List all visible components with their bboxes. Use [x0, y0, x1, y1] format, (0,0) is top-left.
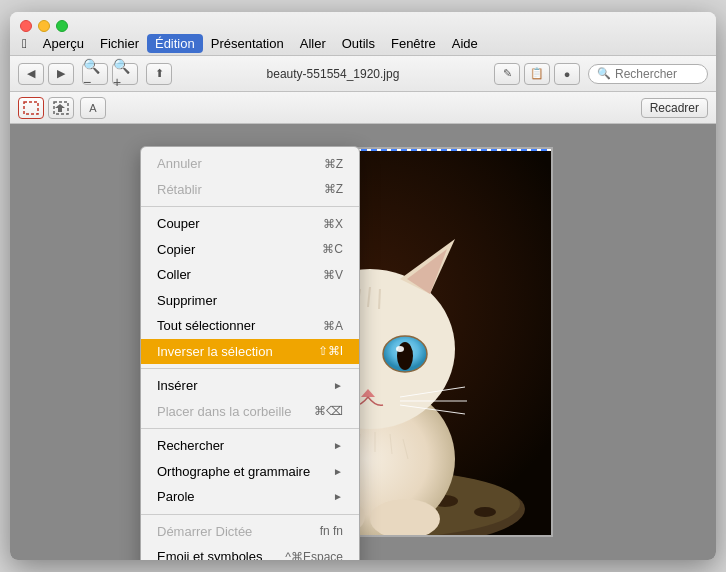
zoom-out-button[interactable]: 🔍−: [82, 63, 108, 85]
menu-fichier[interactable]: Fichier: [92, 34, 147, 53]
svg-rect-0: [24, 102, 38, 114]
selection-tool-button[interactable]: [48, 97, 74, 119]
orthographe-label: Orthographe et grammaire: [157, 462, 310, 482]
copier-shortcut: ⌘C: [322, 240, 343, 258]
search-input[interactable]: [615, 67, 705, 81]
titlebar:  Aperçu Fichier Édition Présentation Al…: [10, 12, 716, 56]
menu-supprimer[interactable]: Supprimer: [141, 288, 359, 314]
coller-label: Coller: [157, 265, 191, 285]
forward-button[interactable]: ▶: [48, 63, 74, 85]
zoom-in-button[interactable]: 🔍+: [112, 63, 138, 85]
back-button[interactable]: ◀: [18, 63, 44, 85]
rect-select-icon: [23, 101, 39, 115]
secondary-toolbar: A Recadrer: [10, 92, 716, 124]
search-icon: 🔍: [597, 67, 611, 80]
separator-4: [141, 514, 359, 515]
copy-button[interactable]: 📋: [524, 63, 550, 85]
recadrer-button[interactable]: Recadrer: [641, 98, 708, 118]
placer-corbeille-shortcut: ⌘⌫: [314, 402, 343, 420]
main-toolbar: ◀ ▶ 🔍− 🔍+ ⬆ beauty-551554_1920.jpg ✎ 📋 ●…: [10, 56, 716, 92]
selection-rect-button[interactable]: [18, 97, 44, 119]
tout-selectionner-shortcut: ⌘A: [323, 317, 343, 335]
menu-presentation[interactable]: Présentation: [203, 34, 292, 53]
svg-point-27: [396, 346, 404, 352]
menu-dicter[interactable]: Démarrer Dictée fn fn: [141, 519, 359, 545]
inserer-label: Insérer: [157, 376, 197, 396]
select-icon: [53, 101, 69, 115]
minimize-button[interactable]: [38, 20, 50, 32]
annuler-shortcut: ⌘Z: [324, 155, 343, 173]
separator-3: [141, 428, 359, 429]
zoom-buttons: 🔍− 🔍+: [82, 63, 138, 85]
menu-orthographe[interactable]: Orthographe et grammaire ►: [141, 459, 359, 485]
separator-2: [141, 368, 359, 369]
main-window:  Aperçu Fichier Édition Présentation Al…: [10, 12, 716, 560]
content-area: Annuler ⌘Z Rétablir ⌘Z Couper ⌘X Copier …: [10, 124, 716, 560]
menu-outils[interactable]: Outils: [334, 34, 383, 53]
placer-corbeille-label: Placer dans la corbeille: [157, 402, 291, 422]
menu-tout-selectionner[interactable]: Tout sélectionner ⌘A: [141, 313, 359, 339]
dicter-label: Démarrer Dictée: [157, 522, 252, 542]
share-button[interactable]: ⬆: [146, 63, 172, 85]
retablir-label: Rétablir: [157, 180, 202, 200]
retablir-shortcut: ⌘Z: [324, 180, 343, 198]
rechercher-submenu-arrow: ►: [333, 438, 343, 453]
menu-apple[interactable]: : [14, 34, 35, 53]
pen-tool-button[interactable]: ✎: [494, 63, 520, 85]
parole-label: Parole: [157, 487, 195, 507]
menu-placer-corbeille[interactable]: Placer dans la corbeille ⌘⌫: [141, 399, 359, 425]
menu-emoji[interactable]: Emoji et symboles ^⌘Espace: [141, 544, 359, 560]
close-button[interactable]: [20, 20, 32, 32]
couper-shortcut: ⌘X: [323, 215, 343, 233]
menu-apercu[interactable]: Aperçu: [35, 34, 92, 53]
menu-copier[interactable]: Copier ⌘C: [141, 237, 359, 263]
inserer-submenu-arrow: ►: [333, 378, 343, 393]
inverser-selection-shortcut: ⇧⌘I: [318, 342, 343, 360]
orthographe-submenu-arrow: ►: [333, 464, 343, 479]
coller-shortcut: ⌘V: [323, 266, 343, 284]
menu-aller[interactable]: Aller: [292, 34, 334, 53]
svg-line-21: [379, 289, 380, 309]
nav-buttons: ◀ ▶: [18, 63, 74, 85]
traffic-lights: [10, 12, 716, 32]
svg-point-12: [474, 507, 496, 517]
selection-tools: [18, 97, 74, 119]
menu-retablir[interactable]: Rétablir ⌘Z: [141, 177, 359, 203]
annuler-label: Annuler: [157, 154, 202, 174]
menubar:  Aperçu Fichier Édition Présentation Al…: [10, 32, 716, 54]
font-button[interactable]: A: [80, 97, 106, 119]
inverser-selection-label: Inverser la sélection: [157, 342, 273, 362]
separator-1: [141, 206, 359, 207]
emoji-label: Emoji et symboles: [157, 547, 262, 560]
menu-edition[interactable]: Édition: [147, 34, 203, 53]
rechercher-label: Rechercher: [157, 436, 224, 456]
edition-dropdown-menu: Annuler ⌘Z Rétablir ⌘Z Couper ⌘X Copier …: [140, 146, 360, 560]
filename-label: beauty-551554_1920.jpg: [180, 67, 486, 81]
menu-fenetre[interactable]: Fenêtre: [383, 34, 444, 53]
menu-inserer[interactable]: Insérer ►: [141, 373, 359, 399]
menu-aide[interactable]: Aide: [444, 34, 486, 53]
menu-rechercher[interactable]: Rechercher ►: [141, 433, 359, 459]
menu-parole[interactable]: Parole ►: [141, 484, 359, 510]
parole-submenu-arrow: ►: [333, 489, 343, 504]
tool-buttons: ✎ 📋 ●: [494, 63, 580, 85]
copier-label: Copier: [157, 240, 195, 260]
menu-coller[interactable]: Coller ⌘V: [141, 262, 359, 288]
dicter-shortcut: fn fn: [320, 522, 343, 540]
menu-annuler[interactable]: Annuler ⌘Z: [141, 151, 359, 177]
maximize-button[interactable]: [56, 20, 68, 32]
supprimer-label: Supprimer: [157, 291, 217, 311]
couper-label: Couper: [157, 214, 200, 234]
emoji-shortcut: ^⌘Espace: [285, 548, 343, 560]
svg-marker-2: [55, 104, 65, 112]
tout-selectionner-label: Tout sélectionner: [157, 316, 255, 336]
menu-inverser-selection[interactable]: Inverser la sélection ⇧⌘I: [141, 339, 359, 365]
color-button[interactable]: ●: [554, 63, 580, 85]
menu-couper[interactable]: Couper ⌘X: [141, 211, 359, 237]
search-box[interactable]: 🔍: [588, 64, 708, 84]
